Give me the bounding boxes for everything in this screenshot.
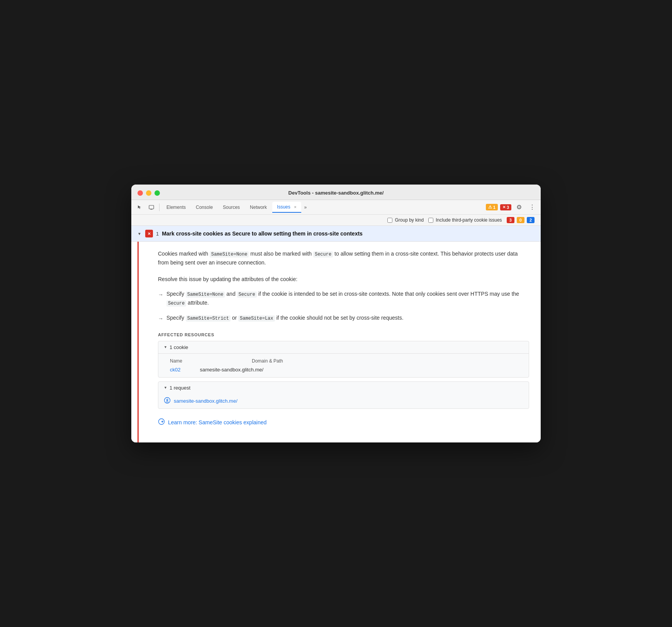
request-row: samesite-sandbox.glitch.me/ <box>158 394 529 408</box>
cookie-row: ck02 samesite-sandbox.glitch.me/ <box>170 365 517 374</box>
group-by-kind-label[interactable]: Group by kind <box>387 217 424 223</box>
cursor-tool-button[interactable] <box>134 202 145 213</box>
cookie-section-header[interactable]: ▼ 1 cookie <box>158 341 529 354</box>
filter-error-badge[interactable]: 3 <box>507 217 514 223</box>
devtools-window: DevTools - samesite-sandbox.glitch.me/ E… <box>131 185 541 442</box>
warning-icon: ⚠ <box>488 205 492 210</box>
bullet-arrow-2: → <box>158 314 163 323</box>
cookie-table: Name Domain & Path ck02 samesite-sandbox… <box>158 354 529 377</box>
minimize-traffic-light[interactable] <box>146 190 151 196</box>
learn-more-link[interactable]: Learn more: SameSite cookies explained <box>168 419 266 425</box>
issue-title: Mark cross-site cookies as Secure to all… <box>162 230 363 237</box>
tab-bar-actions: ⚠ 1 ✕ 3 ⚙ ⋮ <box>486 202 538 213</box>
bullet-item-1: → Specify SameSite=None and Secure if th… <box>158 290 529 307</box>
filter-info-badge[interactable]: 2 <box>527 217 535 223</box>
cookie-section: ▼ 1 cookie Name Domain & Path ck02 sames… <box>158 341 529 378</box>
group-by-kind-checkbox[interactable] <box>387 218 392 223</box>
filter-warning-badge[interactable]: 0 <box>517 217 524 223</box>
error-badge[interactable]: ✕ 3 <box>500 204 511 210</box>
filter-badges: 3 0 2 <box>507 217 535 223</box>
code-samesite-strict: SameSite=Strict <box>186 315 231 322</box>
tab-console[interactable]: Console <box>191 202 217 212</box>
code-samesite-none-2: SameSite=None <box>186 291 225 298</box>
tab-elements[interactable]: Elements <box>162 202 190 212</box>
affected-label: AFFECTED RESOURCES <box>158 332 529 337</box>
tab-divider <box>159 203 160 211</box>
issue-error-icon: ✕ <box>148 232 151 236</box>
resolve-text: Resolve this issue by updating the attri… <box>158 275 529 283</box>
maximize-traffic-light[interactable] <box>154 190 160 196</box>
request-section-header[interactable]: ▼ 1 request <box>158 382 529 394</box>
window-title: DevTools - samesite-sandbox.glitch.me/ <box>288 190 384 196</box>
more-options-button[interactable]: ⋮ <box>527 202 538 213</box>
cookie-name-link[interactable]: ck02 <box>170 367 180 373</box>
tab-network[interactable]: Network <box>245 202 272 212</box>
request-expand-arrow: ▼ <box>164 386 167 390</box>
request-download-icon <box>164 397 171 405</box>
cookie-column-headers: Name Domain & Path <box>170 357 517 365</box>
tab-bar: Elements Console Sources Network Issues … <box>131 200 541 215</box>
more-tabs-button[interactable]: » <box>302 203 309 212</box>
issue-count: 1 <box>156 231 159 237</box>
close-traffic-light[interactable] <box>137 190 143 196</box>
learn-more-icon <box>158 418 165 427</box>
settings-button[interactable]: ⚙ <box>514 202 524 213</box>
code-secure-3: Secure <box>166 300 186 307</box>
code-secure-2: Secure <box>237 291 257 298</box>
include-third-party-label[interactable]: Include third-party cookie issues <box>428 217 502 223</box>
svg-rect-1 <box>150 209 153 210</box>
close-tab-issues[interactable]: × <box>294 205 296 209</box>
issue-description: Cookies marked with SameSite=None must a… <box>158 249 529 267</box>
code-samesite-lax: SameSite=Lax <box>238 315 275 322</box>
title-bar: DevTools - samesite-sandbox.glitch.me/ <box>131 185 541 200</box>
col-name-header: Name <box>170 358 182 364</box>
traffic-lights <box>137 190 160 196</box>
cookie-domain: samesite-sandbox.glitch.me/ <box>200 367 263 373</box>
affected-resources: AFFECTED RESOURCES ▼ 1 cookie Name Domai… <box>158 332 529 409</box>
issue-body: Cookies marked with SameSite=None must a… <box>137 242 541 442</box>
warning-badge[interactable]: ⚠ 1 <box>486 204 498 210</box>
issue-error-badge: ✕ <box>145 230 153 237</box>
learn-more: Learn more: SameSite cookies explained <box>158 418 529 435</box>
cookie-section-label: 1 cookie <box>170 344 188 350</box>
svg-rect-0 <box>149 205 154 209</box>
request-section: ▼ 1 request samesite-sandbox.glitch.me/ <box>158 381 529 409</box>
tab-sources[interactable]: Sources <box>218 202 244 212</box>
issue-expand-arrow: ▼ <box>137 232 141 236</box>
request-section-label: 1 request <box>170 385 190 391</box>
bullet-arrow-1: → <box>158 290 163 299</box>
tab-issues[interactable]: Issues × <box>272 202 301 213</box>
error-icon: ✕ <box>502 205 506 209</box>
col-domain-header: Domain & Path <box>252 358 283 364</box>
filter-bar: Group by kind Include third-party cookie… <box>131 215 541 226</box>
cookie-expand-arrow: ▼ <box>164 345 167 349</box>
main-content: ▼ ✕ 1 Mark cross-site cookies as Secure … <box>131 226 541 442</box>
include-third-party-checkbox[interactable] <box>428 218 433 223</box>
code-samesite-none-1: SameSite=None <box>210 251 249 258</box>
bullet-item-2: → Specify SameSite=Strict or SameSite=La… <box>158 314 529 323</box>
request-url-link[interactable]: samesite-sandbox.glitch.me/ <box>174 398 238 404</box>
code-secure-1: Secure <box>313 251 333 258</box>
device-tool-button[interactable] <box>146 202 157 213</box>
issue-header[interactable]: ▼ ✕ 1 Mark cross-site cookies as Secure … <box>131 226 541 242</box>
